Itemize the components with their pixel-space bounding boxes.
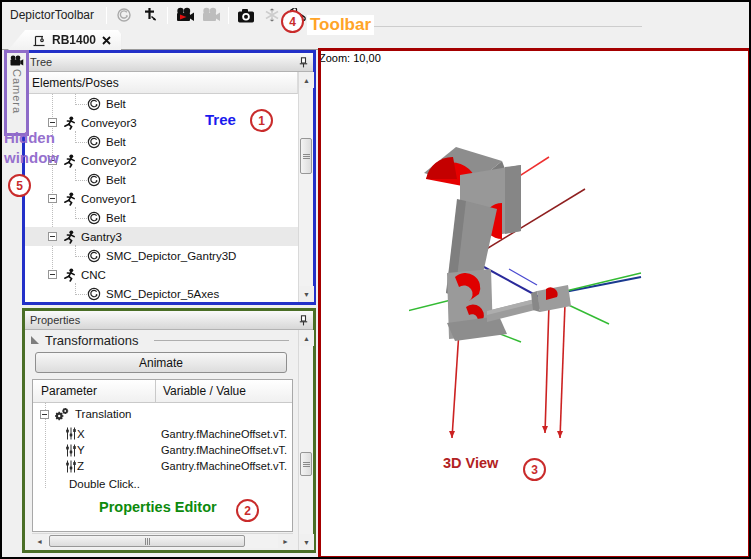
tree-panel-titlebar: Tree (25, 53, 313, 72)
tree-item[interactable]: SMC_Depictor_5Axes (25, 284, 298, 302)
annotation-properties-editor: Properties Editor (99, 499, 217, 515)
table-row-z[interactable]: Z Gantry.fMachineOffset.vT. (33, 458, 292, 474)
tree-vertical-scrollbar[interactable]: ▲ ▼ (298, 72, 313, 302)
element-icon (63, 192, 76, 206)
up-arrow-icon: ▲ (303, 77, 310, 84)
scroll-down-button[interactable]: ▼ (299, 286, 314, 302)
collapse-triangle-icon (31, 336, 39, 344)
scroll-down-button[interactable]: ▼ (299, 534, 314, 550)
scroll-left-button[interactable]: ◄ (32, 534, 47, 549)
scroll-right-button[interactable]: ► (278, 534, 293, 549)
toolbar-separator (106, 7, 107, 24)
record-animation-button[interactable] (172, 3, 198, 27)
pin-icon[interactable] (299, 57, 308, 68)
tree-panel: Tree Elements/Poses Belt Conveyor3 (22, 50, 316, 305)
tree-item[interactable]: Conveyor1 (25, 189, 298, 208)
pose-tool-button[interactable] (111, 3, 137, 27)
collapse-toggle[interactable] (48, 118, 57, 127)
sliders-icon (65, 444, 77, 457)
snapshot-button[interactable] (233, 3, 259, 27)
annotation-circle-2: 2 (236, 499, 259, 522)
pose-icon (87, 135, 101, 149)
tree-column-header[interactable]: Elements/Poses (25, 72, 298, 94)
scroll-thumb[interactable] (300, 138, 312, 174)
element-icon (63, 268, 76, 282)
annotation-circle-4: 4 (281, 10, 304, 33)
section-rule (154, 340, 289, 341)
left-arrow-icon: ◄ (36, 538, 43, 545)
transformations-section-header[interactable]: Transformations (25, 330, 295, 350)
tree-connector (75, 169, 87, 181)
collapse-toggle[interactable] (48, 194, 57, 203)
pose-icon (87, 249, 101, 263)
table-row-y[interactable]: Y Gantry.fMachineOffset.vT. (33, 442, 292, 458)
scroll-up-button[interactable]: ▲ (299, 72, 314, 88)
down-arrow-icon: ▼ (303, 291, 310, 298)
annotation-toolbar: Toolbar (307, 15, 374, 35)
tree-column-header-label: Elements/Poses (32, 76, 119, 90)
annotation-circle-3: 3 (523, 458, 546, 481)
parameter-column-header[interactable]: Parameter (33, 384, 155, 398)
annotation-tree: Tree (205, 111, 236, 128)
3d-view[interactable]: Zoom: 10,00 (318, 48, 751, 559)
properties-panel-titlebar: Properties (25, 311, 313, 330)
move-tool-icon (142, 7, 158, 23)
scroll-thumb[interactable] (300, 452, 312, 476)
robot-3d-model (409, 139, 654, 474)
pin-icon[interactable] (299, 315, 308, 326)
annotation-circle-1: 1 (250, 109, 273, 132)
tab-rb1400[interactable]: RB1400 (8, 30, 121, 50)
properties-horizontal-scrollbar[interactable]: ◄ ► (32, 533, 293, 548)
tree-connector (75, 94, 87, 105)
pose-icon (87, 97, 101, 111)
collapse-toggle[interactable] (48, 232, 57, 241)
animate-button[interactable]: Animate (35, 352, 287, 373)
pose-swirl-icon (116, 7, 132, 23)
annotation-hidden-window: Hidden window (4, 128, 80, 168)
move-tool-button[interactable] (137, 3, 163, 27)
tree-item-selected[interactable]: Gantry3 (25, 227, 298, 246)
snapshot-camera-icon (237, 8, 256, 23)
stop-animation-button[interactable] (198, 3, 224, 27)
table-header: Parameter Variable / Value (33, 380, 292, 403)
table-row-add[interactable]: Double Click.. (33, 474, 292, 494)
toolbar-separator (228, 7, 229, 24)
pose-icon (87, 287, 101, 301)
section-title: Transformations (45, 333, 138, 348)
camera-hidden-tab[interactable]: Camera (4, 50, 29, 136)
table-row-x[interactable]: X Gantry.fMachineOffset.vT. (33, 425, 292, 442)
toolbar-callout-line (374, 26, 642, 27)
down-arrow-icon: ▼ (303, 539, 310, 546)
parameter-value[interactable]: Gantry.fMachineOffset.vT. (161, 444, 290, 456)
up-arrow-icon: ▲ (303, 335, 310, 342)
collapse-toggle[interactable] (40, 410, 49, 419)
tree-item[interactable]: Belt (25, 170, 298, 189)
tree-item[interactable]: SMC_Depictor_Gantry3D (25, 246, 298, 265)
parameter-value[interactable]: Gantry.fMachineOffset.vT. (161, 428, 290, 440)
tab-strip: RB1400 (2, 29, 749, 50)
scroll-up-button[interactable]: ▲ (299, 330, 314, 346)
sliders-icon (65, 427, 77, 440)
right-arrow-icon: ► (282, 538, 289, 545)
close-icon[interactable] (102, 36, 111, 45)
depictor-window: DepictorToolbar (0, 0, 751, 559)
table-row-translation[interactable]: Translation (33, 403, 292, 425)
pose-icon (87, 211, 101, 225)
collapse-toggle[interactable] (48, 270, 57, 279)
pose-icon (87, 173, 101, 187)
freeze-snowflake-icon (264, 7, 280, 23)
record-camera-icon (175, 7, 195, 23)
parameter-value[interactable]: Gantry.fMachineOffset.vT. (161, 460, 290, 472)
annotation-circle-5: 5 (8, 174, 31, 197)
tree-item[interactable]: CNC (25, 265, 298, 284)
element-icon (63, 230, 76, 244)
properties-panel: Properties Transformations Animate Param… (22, 308, 316, 553)
sliders-icon (65, 460, 77, 473)
value-column-header[interactable]: Variable / Value (156, 384, 246, 398)
gears-icon (53, 407, 70, 422)
annotation-3d-view: 3D View (443, 455, 498, 471)
zoom-level-label: Zoom: 10,00 (319, 52, 381, 64)
tree-item[interactable]: Belt (25, 208, 298, 227)
properties-vertical-scrollbar[interactable]: ▲ ▼ (298, 330, 313, 550)
scroll-thumb[interactable] (49, 535, 245, 547)
